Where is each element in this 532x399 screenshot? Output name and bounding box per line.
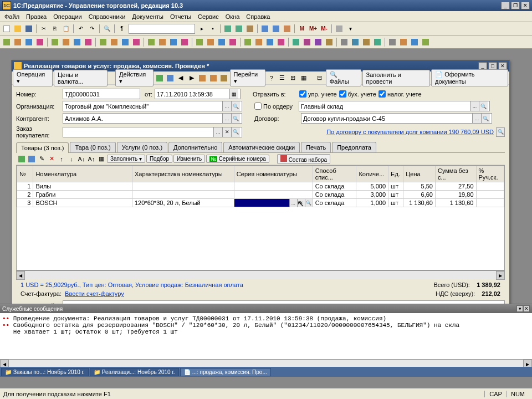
table-row[interactable]: 3 BOSCH 120*60*30, 20 л, Белый ... ✕ 🔍 <box>17 199 504 207</box>
tb2-36[interactable] <box>421 37 431 47</box>
date-picker-icon[interactable]: ▦ <box>229 89 238 99</box>
tab-discounts[interactable]: Автоматические скидки <box>223 142 300 152</box>
tb2-22[interactable] <box>254 37 264 47</box>
col-disc[interactable]: % Руч.ск. <box>476 166 504 182</box>
task-orders[interactable]: 📁 Заказы по...: Ноябрь 2010 г. <box>1 368 89 376</box>
tab-print[interactable]: Печать <box>301 142 331 152</box>
tb-icon-e[interactable] <box>245 24 255 34</box>
restore-button[interactable]: ❐ <box>511 2 520 9</box>
grid-change-button[interactable]: Изменить <box>173 155 205 163</box>
tb2-18[interactable] <box>206 37 216 47</box>
tb2-14[interactable] <box>157 37 167 47</box>
warehouse-open-icon[interactable]: 🔍 <box>479 101 488 111</box>
table-row[interactable]: 2 Грабли Со склада 3,000 шт 6,60 19,80 <box>17 191 504 199</box>
cell-clear-icon[interactable]: ✕ <box>297 199 305 207</box>
tb2-23[interactable] <box>265 37 275 47</box>
undo-icon[interactable]: ↶ <box>76 24 86 34</box>
para-icon[interactable]: ¶ <box>117 24 127 34</box>
paste-icon[interactable]: 📋 <box>61 24 71 34</box>
menu-edit[interactable]: Правка <box>23 12 50 21</box>
scroll-right-icon[interactable]: ▶ <box>496 271 505 280</box>
tb2-27[interactable] <box>313 37 323 47</box>
grid-sort1-icon[interactable]: A↓ <box>77 155 86 163</box>
doc-tb-post2-icon[interactable] <box>208 73 218 83</box>
goto-button[interactable]: Перейти ▾ <box>230 69 266 86</box>
menu-file[interactable]: Файл <box>1 12 23 21</box>
order-field[interactable]: ... ✕ 🔍 <box>63 127 242 137</box>
messages-close-icon[interactable]: ✕ <box>523 305 530 312</box>
col-unit[interactable]: Ед. <box>388 166 403 182</box>
tb2-26[interactable] <box>302 37 312 47</box>
tb2-13[interactable] <box>146 37 156 47</box>
table-row[interactable]: 1 Вилы Со склада 5,000 шт 5,50 27,50 <box>17 182 504 191</box>
tb-icon-g[interactable] <box>271 24 281 34</box>
doc-tb-help-icon[interactable]: ? <box>267 73 276 83</box>
grid-down-icon[interactable]: ↓ <box>67 155 76 163</box>
grid-select-button[interactable]: Подбор <box>146 155 172 163</box>
grid-dup-icon[interactable] <box>27 155 36 163</box>
order-select-icon[interactable]: ... <box>213 127 222 137</box>
operation-button[interactable]: Операция ▾ <box>13 69 53 86</box>
debt-link[interactable]: По договору с покупателем долг компании … <box>326 129 494 135</box>
doc-tb-tree-icon[interactable]: ⊞ <box>288 73 298 83</box>
series-cell-editing[interactable]: ... ✕ 🔍 <box>234 199 313 207</box>
tb2-24[interactable] <box>276 37 286 47</box>
tb2-11[interactable] <box>120 37 130 47</box>
save-icon[interactable] <box>24 24 34 34</box>
close-button[interactable]: ✕ <box>521 2 530 9</box>
warehouse-select-icon[interactable]: ... <box>470 101 479 111</box>
number-field[interactable]: ТД00000031 <box>63 89 140 99</box>
doc-tb-add-icon[interactable] <box>155 73 164 83</box>
counterparty-open-icon[interactable]: 🔍 <box>231 114 240 123</box>
invoice-link[interactable]: Ввести счет-фактуру <box>65 290 124 297</box>
tb2-1[interactable] <box>2 37 12 47</box>
doc-minimize-button[interactable]: _ <box>478 62 487 70</box>
col-n[interactable]: № <box>17 166 33 182</box>
files-button[interactable]: 🔍 Файлы <box>326 69 361 86</box>
memory-mplus[interactable]: M+ <box>308 24 318 34</box>
open-icon[interactable] <box>13 24 23 34</box>
tb2-28[interactable] <box>324 37 334 47</box>
issue-docs-button[interactable]: 📄 Оформить документы <box>431 69 508 86</box>
tab-goods[interactable]: Товары (3 поз.) <box>16 142 69 153</box>
tb2-34[interactable] <box>398 37 408 47</box>
tb2-6[interactable] <box>61 37 71 47</box>
tb-icon-i[interactable] <box>334 24 344 34</box>
org-open-icon[interactable]: 🔍 <box>231 101 240 111</box>
order-clear-icon[interactable]: ✕ <box>222 127 231 137</box>
doc-tb-nav1-icon[interactable]: ◀ <box>176 73 186 83</box>
mgmt-check[interactable]: упр. учете <box>299 90 337 98</box>
tb2-16[interactable] <box>180 37 190 47</box>
counterparty-field[interactable]: Алхимов А.А. ... 🔍 <box>63 113 242 124</box>
grid-kit-button[interactable]: Состав набора <box>277 154 330 164</box>
org-select-icon[interactable]: ... <box>222 101 231 111</box>
grid-up-icon[interactable]: ↑ <box>57 155 66 163</box>
tb2-5[interactable] <box>50 37 60 47</box>
grid-fill-button[interactable]: Заполнить ▾ <box>107 155 145 163</box>
col-sum[interactable]: Сумма без с... <box>435 166 476 182</box>
find-icon[interactable]: 🔍 <box>102 24 112 34</box>
tb2-19[interactable] <box>217 37 227 47</box>
col-writeoff[interactable]: Способ спис... <box>313 166 356 182</box>
copy-icon[interactable]: ⎘ <box>50 24 60 34</box>
grid-sort2-icon[interactable]: A↑ <box>87 155 96 163</box>
col-price[interactable]: Цена <box>403 166 436 182</box>
menu-documents[interactable]: Документы <box>129 12 167 21</box>
tb-icon-c[interactable] <box>223 24 233 34</box>
tb-icon-a[interactable]: ▸ <box>197 24 207 34</box>
messages-pin-icon[interactable]: ▾ <box>516 305 523 312</box>
grid-serials-button[interactable]: № Серийные номера <box>206 155 269 163</box>
grid-edit-icon[interactable]: ✎ <box>37 155 46 163</box>
tb2-15[interactable] <box>168 37 178 47</box>
tab-tare[interactable]: Тара (0 поз.) <box>70 142 115 152</box>
tb2-25[interactable] <box>291 37 301 47</box>
col-item[interactable]: Номенклатура <box>33 166 132 182</box>
menu-windows[interactable]: Окна <box>222 12 243 21</box>
order-open-icon[interactable]: 🔍 <box>231 127 240 137</box>
menu-operations[interactable]: Операции <box>50 12 85 21</box>
contract-field[interactable]: Договор купли-продажи С-45 ... 🔍 <box>301 113 492 124</box>
tb2-31[interactable] <box>361 37 371 47</box>
memory-m[interactable]: M <box>297 24 307 34</box>
tab-prepay[interactable]: Предоплата <box>332 142 376 152</box>
acc-check[interactable]: бух. учете <box>339 90 376 98</box>
